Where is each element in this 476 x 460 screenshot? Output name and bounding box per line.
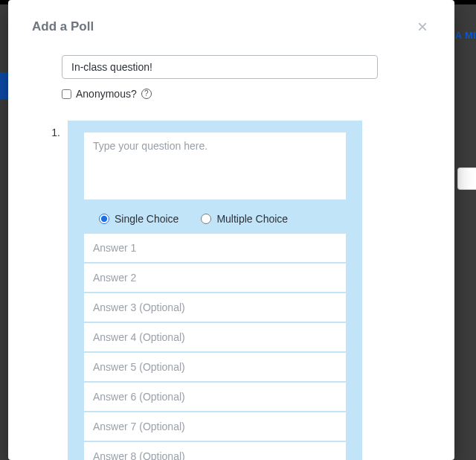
answer-input-2[interactable] (84, 263, 346, 292)
multiple-choice-label: Multiple Choice (216, 213, 288, 225)
question-wrapper: 1. Single Choice Multiple Choice (32, 121, 431, 460)
modal-title: Add a Poll (32, 19, 94, 34)
answer-input-5[interactable] (84, 353, 346, 381)
modal-header: Add a Poll × (32, 15, 431, 48)
anonymous-row: Anonymous? ? (62, 88, 431, 100)
single-choice-option[interactable]: Single Choice (99, 213, 178, 225)
poll-form: Anonymous? ? 1. Single Choice Multiple C… (32, 48, 431, 460)
question-card: Single Choice Multiple Choice (68, 121, 362, 460)
anonymous-label: Anonymous? (76, 88, 137, 100)
single-choice-radio[interactable] (99, 214, 109, 224)
background-right-tab (457, 167, 476, 190)
question-number: 1. (45, 121, 60, 460)
question-text-input[interactable] (84, 132, 346, 199)
help-icon[interactable]: ? (141, 89, 152, 99)
answer-input-8[interactable] (84, 442, 346, 460)
poll-title-input[interactable] (62, 55, 378, 79)
multiple-choice-option[interactable]: Multiple Choice (201, 213, 288, 225)
answer-input-7[interactable] (84, 412, 346, 441)
single-choice-label: Single Choice (115, 213, 178, 225)
answer-input-3[interactable] (84, 293, 346, 322)
add-poll-modal: Add a Poll × Anonymous? ? 1. Single Choi… (8, 0, 454, 460)
choice-type-row: Single Choice Multiple Choice (84, 202, 346, 234)
answers-list (84, 234, 346, 460)
background-right-label: A MI (455, 30, 476, 41)
anonymous-checkbox[interactable] (62, 89, 71, 99)
close-icon[interactable]: × (414, 15, 431, 39)
multiple-choice-radio[interactable] (201, 214, 211, 224)
answer-input-6[interactable] (84, 383, 346, 411)
answer-input-1[interactable] (84, 234, 346, 262)
answer-input-4[interactable] (84, 323, 346, 351)
